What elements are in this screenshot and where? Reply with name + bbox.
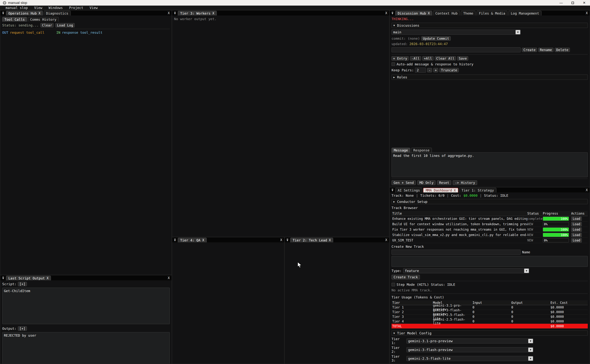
menu-project[interactable]: Project <box>69 6 83 10</box>
roles-header[interactable]: ▶ Roles <box>392 75 588 80</box>
window-menu-icon[interactable]: ▼ <box>390 188 395 192</box>
tab-close-icon[interactable]: X <box>202 238 204 242</box>
panel-close-icon[interactable]: X <box>385 11 387 15</box>
tab-last-script-output[interactable]: Last Script Output X <box>6 276 51 280</box>
conductor-setup-header[interactable]: ▶ Conductor Setup <box>392 199 588 204</box>
close-button[interactable]: ✕ <box>578 0 590 6</box>
message-input[interactable]: Read the first 10 lines of aggregate.py. <box>392 152 588 177</box>
window-title: manual slop <box>8 1 27 5</box>
tab-comms-history[interactable]: Comms History <box>28 17 59 22</box>
tab-context-hub[interactable]: Context Hub <box>433 11 460 15</box>
tab-tool-calls[interactable]: Tool Calls <box>2 17 27 22</box>
load-button[interactable]: Load <box>571 217 582 221</box>
tab-tier2-tech-lead[interactable]: Tier 2: Tech Lead X <box>290 238 333 242</box>
panel-close-icon[interactable]: X <box>168 11 170 15</box>
menu-windows[interactable]: Windows <box>49 6 63 10</box>
window-menu-icon[interactable]: ▼ <box>172 11 178 15</box>
save-button[interactable]: Save <box>457 56 468 60</box>
tab-theme[interactable]: Theme <box>461 11 476 15</box>
panel-close-icon[interactable]: X <box>168 276 170 280</box>
load-button[interactable]: Load <box>571 228 582 232</box>
load-button[interactable]: Load <box>571 238 582 242</box>
autoadd-checkbox[interactable] <box>392 62 395 66</box>
track-description-input[interactable] <box>392 256 588 267</box>
minimize-button[interactable]: — <box>555 0 567 6</box>
tab-close-icon[interactable]: X <box>39 11 40 15</box>
add-entry-button[interactable]: + Entry <box>392 56 409 60</box>
tab-close-icon[interactable]: X <box>428 11 430 15</box>
empty-state-text: No worker output yet. <box>174 17 217 21</box>
tier2-model-select[interactable]: gemini-3-flash-preview ▼ <box>406 347 533 352</box>
tab-message[interactable]: Message <box>392 148 410 152</box>
panel-close-icon[interactable]: X <box>586 11 588 15</box>
panel-close-icon[interactable]: X <box>280 238 282 242</box>
menu-view-2[interactable]: View <box>89 6 98 10</box>
clear-button[interactable]: Clear <box>40 23 54 27</box>
output-expand-button[interactable]: [+] <box>18 326 27 331</box>
collapse-all-button[interactable]: -All <box>410 56 421 60</box>
tier3-model-select[interactable]: gemini-2.5-flash-lite ▼ <box>406 356 533 361</box>
step-mode-checkbox[interactable] <box>392 283 395 286</box>
truncate-button[interactable]: Truncate <box>439 68 459 72</box>
create-discussion-button[interactable]: Create <box>522 48 537 52</box>
clear-all-button[interactable]: Clear All <box>435 56 456 60</box>
menu-manual-slop[interactable]: manual slop <box>6 6 28 10</box>
script-expand-button[interactable]: [+] <box>18 282 27 286</box>
tab-log-management[interactable]: Log Management <box>508 11 542 15</box>
tier1-model-select[interactable]: gemini-3.1-pro-preview ▼ <box>406 338 533 344</box>
tab-files-media[interactable]: Files & Media <box>476 11 508 15</box>
operations-hub-panel: ▼ Operations Hub X Diagnostics X Tool Ca… <box>0 10 172 275</box>
window-menu-icon[interactable]: ▼ <box>390 11 395 15</box>
gen-send-button[interactable]: Gen + Send <box>392 180 416 185</box>
output-box[interactable]: REJECTED by user <box>2 332 170 364</box>
tab-ai-settings[interactable]: AI Settings <box>395 188 422 192</box>
keep-pairs-plus-button[interactable]: + <box>433 68 438 72</box>
update-commit-button[interactable]: Update Commit <box>421 36 451 41</box>
panel-close-icon[interactable]: X <box>385 238 387 242</box>
menubar: manual slop View Windows Project View <box>0 6 590 10</box>
md-only-button[interactable]: MD Only <box>417 180 436 185</box>
updated-label: updated: <box>392 42 408 46</box>
tab-response[interactable]: Response <box>411 148 432 152</box>
window-menu-icon[interactable]: ▼ <box>172 238 178 242</box>
load-log-button[interactable]: Load Log <box>55 23 75 27</box>
window-menu-icon[interactable]: ▼ <box>285 238 290 242</box>
no-active-track-text: No active MMA track. <box>392 288 588 292</box>
tab-tier1-strategy[interactable]: Tier 1: Strategy <box>459 188 496 192</box>
tab-operations-hub[interactable]: Operations Hub X <box>6 11 43 15</box>
tab-close-icon[interactable]: X <box>47 276 48 280</box>
discussion-select[interactable]: main ▼ <box>392 30 521 35</box>
script-box[interactable]: Get-ChildItem <box>2 288 170 324</box>
tier-model-config-header[interactable]: ▼ Tier Model Config <box>392 331 588 336</box>
menu-view-1[interactable]: View <box>34 6 42 10</box>
table-row: Enhance existing MMA orchestration GUI: … <box>392 216 588 221</box>
rename-discussion-button[interactable]: Rename <box>538 48 553 52</box>
step-mode-label: Step Mode (HITL) Status: IDLE <box>396 283 455 286</box>
create-track-button[interactable]: Create Track <box>392 275 420 280</box>
maximize-button[interactable] <box>567 0 578 6</box>
tab-discussion-hub[interactable]: Discussion Hub X <box>395 11 432 15</box>
tab-mma-dashboard[interactable]: MMA Dashboard X <box>423 188 458 192</box>
track-name-input[interactable] <box>392 250 521 255</box>
to-history-button[interactable]: -> History <box>453 180 477 185</box>
window-menu-icon[interactable]: ▼ <box>0 11 6 15</box>
panel-close-icon[interactable]: X <box>586 188 588 192</box>
expand-all-button[interactable]: +All <box>422 56 433 60</box>
track-type-select[interactable]: feature ▼ <box>403 268 529 273</box>
window-menu-icon[interactable]: ▼ <box>0 276 6 280</box>
tab-close-icon[interactable]: X <box>213 11 214 15</box>
table-row: Build UI for context window utilization,… <box>392 221 588 227</box>
tab-close-icon[interactable]: X <box>329 238 331 242</box>
discussions-header[interactable]: ▼ Discussions <box>392 23 588 28</box>
tab-close-icon[interactable]: X <box>454 188 456 192</box>
load-button[interactable]: Load <box>571 222 582 226</box>
load-button[interactable]: Load <box>571 233 582 237</box>
tab-tier4-qa[interactable]: Tier 4: QA X <box>178 238 207 242</box>
tab-tier3-workers[interactable]: Tier 3: Workers X <box>178 11 217 15</box>
discussion-name-input[interactable] <box>392 47 521 52</box>
delete-discussion-button[interactable]: Delete <box>555 48 570 52</box>
reset-button[interactable]: Reset <box>437 180 451 185</box>
keep-pairs-input[interactable] <box>415 68 426 73</box>
tab-diagnostics[interactable]: Diagnostics <box>44 11 71 15</box>
keep-pairs-minus-button[interactable]: - <box>427 68 432 72</box>
